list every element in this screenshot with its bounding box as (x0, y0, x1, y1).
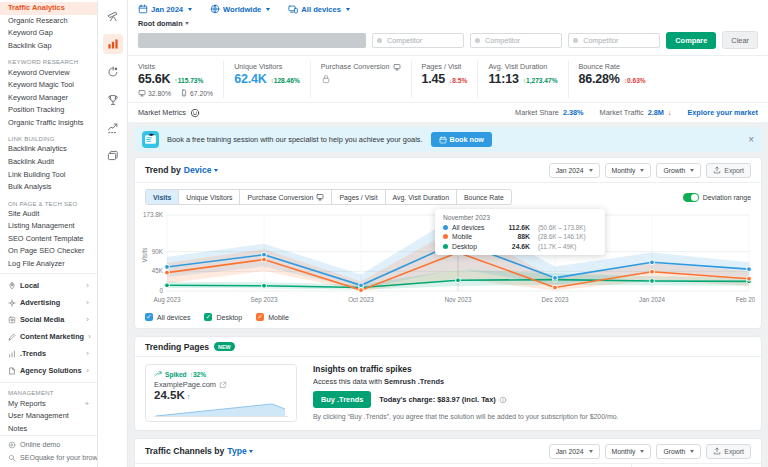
sidebar-group-advertising[interactable]: Advertising› (0, 294, 97, 311)
sidebar-item-position-tracking[interactable]: Position Tracking (0, 104, 97, 117)
dropdown-jan-2024[interactable]: Jan 2024 (549, 444, 600, 459)
sidebar-item-backlink-audit[interactable]: Backlink Audit (0, 156, 97, 169)
deviation-range-label: Deviation range (703, 194, 751, 201)
sidebar-item-traffic-analytics[interactable]: Traffic Analytics (0, 2, 97, 15)
sidebar-item-my-reports[interactable]: My Reports+ (0, 397, 97, 410)
sidebar-item-bulk-analysis[interactable]: Bulk Analysis (0, 181, 97, 194)
sidebar-group-content-marketing[interactable]: Content Marketing› (0, 328, 97, 345)
market-metrics-toggle[interactable]: Market Metrics (138, 108, 200, 118)
market-share-value[interactable]: 2.38% (563, 108, 584, 117)
rail-trophy-icon[interactable] (103, 90, 123, 110)
rail-bar-chart-icon[interactable] (103, 34, 123, 54)
monitor-icon (138, 89, 146, 97)
legend-mobile[interactable]: ✓Mobile (256, 313, 289, 321)
sidebar-item-backlink-gap[interactable]: Backlink Gap (0, 40, 97, 53)
sidebar-item-backlink-analytics[interactable]: Backlink Analytics (0, 143, 97, 156)
sidebar-group-trends[interactable]: .Trends› (0, 345, 97, 362)
root-domain-input[interactable] (138, 33, 366, 48)
chevron-down-icon (266, 8, 270, 11)
competitor-input-1[interactable] (372, 33, 464, 48)
tab-avg-visit-duration[interactable]: Avg. Visit Duration (386, 189, 457, 205)
checkbox-checked-icon[interactable]: ✓ (256, 313, 264, 321)
filters-header: Jan 2024 Worldwide All devices Root doma… (128, 0, 768, 55)
competitor-input-2-wrap (470, 33, 562, 48)
rail-backlink-icon[interactable] (103, 62, 123, 82)
export-button[interactable]: Export (706, 444, 751, 459)
sidebar-item-on-page-seo-checker[interactable]: On Page SEO Checker (0, 245, 97, 258)
sidebar-item-keyword-manager[interactable]: Keyword Manager (0, 91, 97, 104)
sidebar-group-social-media[interactable]: Social Media› (0, 311, 97, 328)
legend-desktop[interactable]: ✓Desktop (204, 313, 242, 321)
play-icon (8, 441, 16, 449)
sidebar-item-seo-content-template[interactable]: SEO Content Template (0, 233, 97, 246)
trophy-icon (107, 94, 119, 106)
tab-pages-visit[interactable]: Pages / Visit (332, 189, 385, 205)
sidebar-item-listing-management[interactable]: Listing Management (0, 220, 97, 233)
clear-button[interactable]: Clear (722, 31, 758, 49)
tab-purchase-conversion[interactable]: Purchase Conversion (240, 189, 332, 205)
metric-bounce-rate: Bounce Rate86.28%↑0.63% (569, 61, 768, 98)
dropdown-growth[interactable]: Growth (656, 163, 701, 178)
sidebar-item-link-building-tool[interactable]: Link Building Tool (0, 168, 97, 181)
svg-text:45K: 45K (152, 267, 164, 274)
icon-rail (98, 0, 128, 467)
competitor-input-3[interactable] (568, 33, 660, 48)
tab-bounce-rate[interactable]: Bounce Rate (457, 189, 512, 205)
sidebar-item-notes[interactable]: Notes (0, 423, 97, 436)
legend-all-devices[interactable]: ✓All devices (145, 313, 190, 321)
buy-trends-button[interactable]: Buy .Trends (313, 391, 371, 408)
trend-dimension-dropdown[interactable]: Device (184, 165, 218, 175)
rail-telescope-icon[interactable] (103, 6, 123, 26)
dropdown-monthly[interactable]: Monthly (605, 163, 652, 178)
close-icon[interactable]: × (748, 136, 754, 144)
sidebar-footer-online-demo[interactable]: Online demo (0, 438, 97, 451)
sidebar-group-label: Advertising (20, 298, 60, 307)
market-traffic-value[interactable]: 2.8M (648, 108, 664, 117)
deviation-range-toggle[interactable] (683, 193, 699, 202)
channels-dimension-dropdown[interactable]: Type (227, 446, 252, 456)
location-filter-dropdown[interactable]: Worldwide (210, 4, 270, 14)
export-label: Export (724, 167, 744, 174)
sidebar-item-organic-research[interactable]: Organic Research (0, 15, 97, 28)
root-domain-selector[interactable]: Root domain (138, 19, 758, 28)
competitor-input-3-wrap (568, 33, 660, 48)
tab-unique-visitors[interactable]: Unique Visitors (179, 189, 240, 205)
sidebar-item-organic-traffic-insights[interactable]: Organic Traffic Insights (0, 117, 97, 130)
book-now-button[interactable]: Book now (431, 132, 492, 147)
rail-trend-stairs-icon[interactable] (103, 118, 123, 138)
telescope-icon (107, 10, 119, 22)
competitor-input-2[interactable] (470, 33, 562, 48)
checkbox-checked-icon[interactable]: ✓ (204, 313, 212, 321)
phone-icon (180, 89, 188, 97)
date-filter-dropdown[interactable]: Jan 2024 (138, 4, 192, 14)
footer-item-label: SEOquake for your browser (20, 454, 98, 462)
sidebar-item-log-file-analyzer[interactable]: Log File Analyzer (0, 258, 97, 271)
main-content: Jan 2024 Worldwide All devices Root doma… (128, 0, 768, 467)
sidebar-footer-seoquake-for-your-browser[interactable]: SEOquake for your browser (0, 451, 97, 464)
tab-visits[interactable]: Visits (145, 189, 179, 205)
sidebar-group-local[interactable]: Local› (0, 277, 97, 294)
metric-label: Unique Visitors (234, 62, 300, 71)
sidebar-section-header-management: MANAGEMENT (0, 388, 97, 397)
device-filter-dropdown[interactable]: All devices (288, 4, 350, 14)
sidebar-item-user-management[interactable]: User Management (0, 410, 97, 423)
sidebar-item-site-audit[interactable]: Site Audit (0, 208, 97, 221)
sidebar-item-keyword-overview[interactable]: Keyword Overview (0, 66, 97, 79)
compare-button[interactable]: Compare (666, 32, 716, 49)
checkbox-checked-icon[interactable]: ✓ (145, 313, 153, 321)
explore-market-link[interactable]: Explore your market (687, 108, 758, 117)
export-button[interactable]: Export (706, 163, 751, 178)
plus-icon[interactable]: + (85, 400, 89, 408)
trend-chart[interactable]: 045K90K173.8KAug 2023Sep 2023Oct 2023Nov… (135, 207, 761, 311)
dropdown-growth[interactable]: Growth (656, 444, 701, 459)
trending-page-preview-card[interactable]: Spiked↑32% ExamplePage.com 24.5K↑ (145, 364, 297, 422)
sidebar-item-keyword-gap[interactable]: Keyword Gap (0, 27, 97, 40)
sidebar-item-keyword-magic-tool[interactable]: Keyword Magic Tool (0, 79, 97, 92)
sidebar-group-agency-solutions[interactable]: Agency Solutions› (0, 362, 97, 379)
devices-icon (288, 4, 298, 14)
dropdown-jan-2024[interactable]: Jan 2024 (549, 163, 600, 178)
trend-card-header: Trend byDevice Jan 2024MonthlyGrowthExpo… (135, 158, 761, 183)
metric-value: 1.45 (422, 72, 446, 86)
rail-windows-icon[interactable] (103, 146, 123, 166)
dropdown-monthly[interactable]: Monthly (605, 444, 652, 459)
